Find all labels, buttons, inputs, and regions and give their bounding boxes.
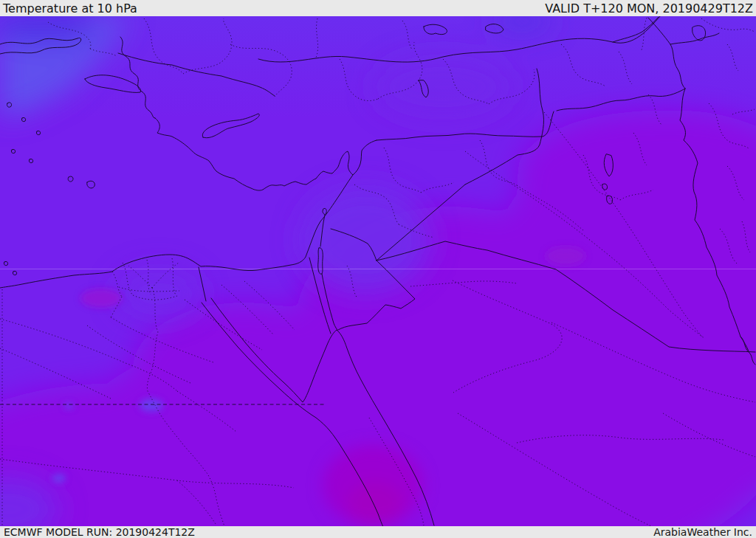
footer-bar: ECMWF MODEL RUN: 20190424T12Z ArabiaWeat… [0,526,756,538]
weather-map-screen: Temperature at 10 hPa VALID T+120 MON, 2… [0,0,756,538]
weather-map [0,0,756,538]
brand-label: ArabiaWeather Inc. [653,526,752,538]
valid-time-label: VALID T+120 MON, 20190429T12Z [545,1,753,16]
temperature-hot-spots [323,445,423,526]
header-bar: Temperature at 10 hPa VALID T+120 MON, 2… [0,0,756,16]
map-title: Temperature at 10 hPa [3,1,137,16]
model-run-label: ECMWF MODEL RUN: 20190424T12Z [4,526,195,538]
